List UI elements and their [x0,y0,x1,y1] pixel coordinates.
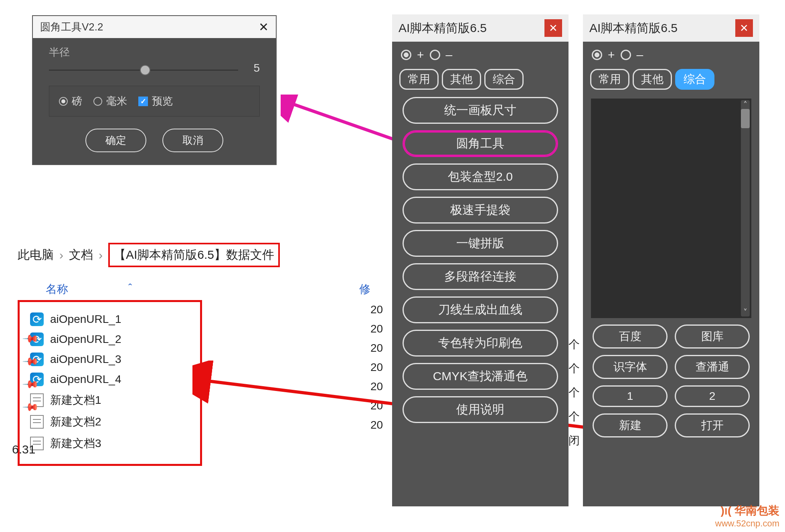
scroll-down-icon[interactable]: ˅ [741,308,750,316]
empty-list-area[interactable]: ˄ ˅ [591,99,751,318]
tab-misc[interactable]: 综合 [675,69,714,90]
file-name: aiOpenURL_2 [50,333,121,346]
close-icon[interactable]: ✕ [259,20,269,34]
svg-line-0 [289,103,401,142]
tool-button[interactable]: CMYK查找潘通色 [403,363,558,390]
radio-on-icon[interactable] [592,50,602,60]
pin-icon[interactable]: 📌 [22,330,40,348]
scroll-up-icon[interactable]: ˄ [741,100,750,109]
quick-button[interactable]: 2 [675,385,750,407]
col-modified[interactable]: 修 [359,282,370,297]
tool-button[interactable]: 统一画板尺寸 [403,97,558,124]
close-button[interactable]: ✕ [735,19,753,37]
tool-button[interactable]: 刀线生成出血线 [403,296,558,323]
tab-row: 常用 其他 综合 [583,66,759,97]
cropped-char: 个 [569,381,580,405]
tool-button[interactable]: 一键拼版 [403,230,558,257]
breadcrumb-docs[interactable]: 文档 [69,247,93,263]
watermark-url: www.52cnp.com [715,518,779,529]
breadcrumb-current[interactable]: 【AI脚本精简版6.5】数据文件 [108,243,280,267]
ok-button[interactable]: 确定 [85,129,146,152]
edge-file-icon: ⟳ [30,312,44,326]
quick-grid: 百度图库识字体查潘通12新建打开 [583,324,759,445]
minus-icon[interactable]: – [446,48,453,62]
minus-icon[interactable]: – [637,48,643,62]
pin-icon[interactable]: 📌 [22,353,40,371]
radio-point[interactable]: 磅 [59,94,82,108]
file-modified: 20 [370,339,383,358]
file-row[interactable]: ⟳aiOpenURL_3 [30,349,190,369]
file-row[interactable]: ⟳aiOpenURL_1 [30,309,190,329]
quick-button[interactable]: 识字体 [593,355,668,379]
cropped-char: 闭 [569,429,580,453]
tab-common[interactable]: 常用 [590,69,629,90]
dialog-body: 半径 5 磅 毫米 ✓ 预览 确定 取消 [33,38,276,164]
tab-other[interactable]: 其他 [442,69,481,90]
radio-mm[interactable]: 毫米 [93,94,127,108]
sort-indicator-icon[interactable]: ˆ [128,282,132,297]
radio-off-icon[interactable] [621,50,631,60]
quick-button[interactable]: 新建 [593,413,668,437]
tab-other[interactable]: 其他 [633,69,672,90]
col-name[interactable]: 名称 [46,282,68,297]
radius-value: 5 [248,62,260,75]
quick-button[interactable]: 百度 [593,324,668,349]
pin-icon[interactable]: 📌 [22,375,40,393]
watermark-logo: )ו( 华南包装 [715,503,779,518]
file-modified: 20 [370,377,383,396]
tab-row: 常用 其他 综合 [392,66,569,97]
tool-button[interactable]: 极速手提袋 [403,197,558,224]
cropped-char: 个 [569,332,580,357]
file-name: aiOpenURL_3 [50,353,121,366]
watermark: )ו( 华南包装 www.52cnp.com [715,503,779,529]
radio-on-icon[interactable] [401,50,411,60]
tool-list: 统一画板尺寸圆角工具包装盒型2.0极速手提袋一键拼版多段路径连接刀线生成出血线专… [392,97,569,431]
scroll-thumb[interactable] [741,109,750,128]
plus-icon[interactable]: + [608,48,615,62]
file-row[interactable]: 新建文档3 [30,433,190,454]
file-row[interactable]: ⟳aiOpenURL_4 [30,369,190,389]
script-panel-misc: AI脚本精简版6.5 ✕ + – 常用 其他 综合 ˄ ˅ 百度图库识字体查潘通… [583,14,759,506]
panel-titlebar[interactable]: AI脚本精简版6.5 ✕ [392,14,569,42]
checkbox-on-icon: ✓ [138,97,148,106]
file-row[interactable]: 新建文档2 [30,411,190,433]
breadcrumb-root[interactable]: 此电脑 [18,247,54,263]
cropped-text: 个个个个闭 [569,332,580,453]
panel-titlebar[interactable]: AI脚本精简版6.5 ✕ [583,14,759,42]
tab-misc[interactable]: 综合 [484,69,524,90]
breadcrumb: 此电脑 › 文档 › 【AI脚本精简版6.5】数据文件 [18,240,399,270]
tool-button[interactable]: 圆角工具 [403,130,558,157]
cancel-button[interactable]: 取消 [162,129,223,152]
scrollbar[interactable]: ˄ ˅ [741,100,750,316]
arrow-pink-icon [281,95,405,147]
radius-label: 半径 [49,45,260,59]
quick-button[interactable]: 图库 [675,324,750,349]
check-preview-label: 预览 [152,94,173,108]
file-row[interactable]: 新建文档1 [30,389,190,411]
pinned-shortcuts: 📌 📌 📌 📌 [24,332,37,413]
slider-thumb[interactable] [140,65,150,75]
radio-mm-label: 毫米 [106,94,127,108]
chevron-right-icon: › [99,248,103,262]
file-row[interactable]: ⟳aiOpenURL_2 [30,329,190,349]
chevron-right-icon: › [59,248,63,262]
dialog-title: 圆角工具V2.2 [40,20,103,34]
close-button[interactable]: ✕ [544,19,562,37]
tab-common[interactable]: 常用 [399,69,439,90]
dialog-titlebar[interactable]: 圆角工具V2.2 ✕ [33,16,276,38]
check-preview[interactable]: ✓ 预览 [138,94,173,108]
quick-button[interactable]: 查潘通 [675,355,750,379]
tool-button[interactable]: 多段路径连接 [403,263,558,290]
radio-point-label: 磅 [72,94,82,108]
tool-button[interactable]: 专色转为印刷色 [403,330,558,357]
plus-icon[interactable]: + [417,48,424,62]
quick-button[interactable]: 1 [593,385,668,407]
tool-button[interactable]: 包装盒型2.0 [403,163,558,190]
radius-slider[interactable] [49,70,238,71]
tool-button[interactable]: 使用说明 [403,396,558,423]
file-explorer: 此电脑 › 文档 › 【AI脚本精简版6.5】数据文件 名称 ˆ 修 ⟳aiOp… [18,240,399,466]
radio-off-icon[interactable] [430,50,440,60]
file-name: 新建文档1 [50,393,101,408]
file-list-header[interactable]: 名称 ˆ 修 [18,278,399,300]
quick-button[interactable]: 打开 [675,413,750,437]
